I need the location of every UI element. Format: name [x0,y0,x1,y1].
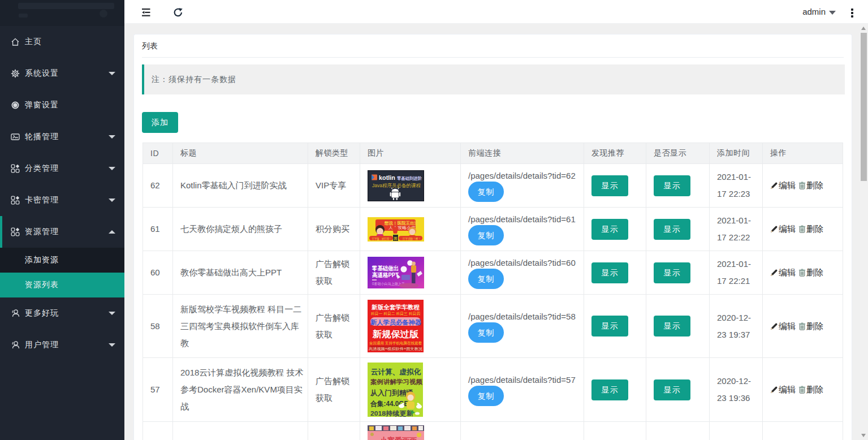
svg-text:打字消除！棒！: 打字消除！棒！ [402,236,421,240]
svg-text:零基础做出: 零基础做出 [372,265,399,271]
svg-text:科目一 科目二 科目三 科目四: 科目一 科目二 科目三 科目四 [371,312,420,316]
svg-text:全国通用 支持手机电脑在线观看: 全国通用 支持手机电脑在线观看 [369,340,422,346]
svg-text:云计算、虚拟化: 云计算、虚拟化 [371,368,421,376]
svg-text:新规保过版: 新规保过版 [372,329,420,339]
svg-text:新版全套学车教程: 新版全套学车教程 [371,304,420,310]
svg-text:憋说！医院王出没: 憋说！医院王出没 [384,220,419,225]
svg-text:高清视频+模拟软件+图文教况: 高清视频+模拟软件+图文教况 [369,347,422,351]
svg-text:kotlin: kotlin [379,174,395,180]
svg-text:案例讲解学习视频: 案例讲解学习视频 [370,378,423,386]
svg-text:Java程序员必备的课程: Java程序员必备的课程 [372,183,421,188]
svg-text:打字版，好打球！: 打字版，好打球！ [372,236,391,240]
svg-text:圖: 圖 [394,236,398,241]
svg-text:高逼格PPT: 高逼格PPT [372,271,399,278]
svg-text:新人学员必备神器: 新人学员必备神器 [370,319,422,326]
svg-text:2018持续更新: 2018持续更新 [370,409,414,417]
svg-text:零基础到进阶: 零基础到进阶 [396,175,422,180]
svg-text:小寒爱画画: 小寒爱画画 [379,436,417,440]
